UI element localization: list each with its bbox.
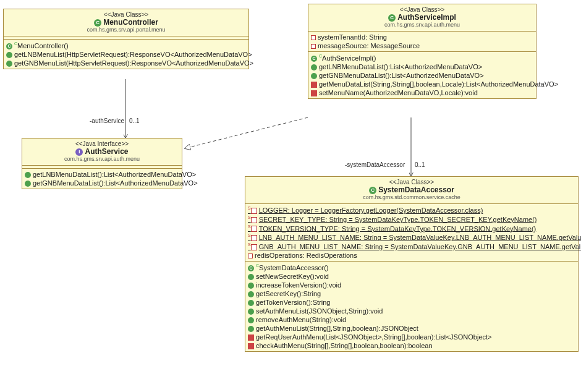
- method-public-icon: [248, 326, 254, 332]
- method: getSecretKey():String: [256, 290, 321, 297]
- class-package: com.hs.gms.srv.api.portal.menu: [6, 27, 246, 33]
- method: setMenuName(AuthorizedMenuDataVO,Locale)…: [319, 89, 478, 96]
- method: getLNBMenuList(HttpServletRequest):Respo…: [14, 51, 252, 58]
- method-public-icon: [248, 300, 254, 306]
- method-private-icon: [311, 90, 317, 96]
- constructor-icon: [248, 265, 254, 271]
- method: getGNBMenuList(HttpServletRequest):Respo…: [14, 59, 253, 67]
- class-package: com.hs.gms.srv.api.auth.menu: [311, 22, 533, 28]
- method-public-icon: [25, 172, 31, 178]
- class-title: MenuController: [103, 18, 158, 27]
- field-static-icon: [251, 217, 257, 223]
- method-public-icon: [248, 309, 254, 315]
- interface-icon: I: [75, 148, 83, 156]
- method: setAuthMenuList(JSONObject,String):void: [256, 307, 383, 315]
- method: getMenuDataList(String,String[],boolean,…: [319, 80, 558, 88]
- method-public-icon: [6, 61, 12, 67]
- field: systemTenantId: String: [318, 33, 387, 41]
- edge-mult-sysdata: 0..1: [415, 161, 425, 168]
- edge-label-authservice: -authService: [90, 117, 124, 124]
- stereotype: <<Java Class>>: [6, 11, 246, 18]
- method: checkAuthMenu(String[],String[],boolean,…: [256, 342, 433, 349]
- method: getLNBMenuDataList():List<AuthorizedMenu…: [319, 63, 482, 70]
- class-icon: C: [388, 14, 396, 22]
- stereotype: <<Java Class>>: [248, 179, 575, 185]
- method-public-icon: [248, 291, 254, 297]
- interface-title: AuthService: [85, 147, 128, 156]
- class-systemdataaccessor: <<Java Class>> CSystemDataAccessor com.h…: [245, 176, 579, 352]
- method: getAuthMenuList(String[],String,boolean)…: [256, 325, 418, 332]
- class-authserviceimpl: <<Java Class>> CAuthServiceImpl com.hs.g…: [308, 4, 536, 99]
- method: removeAuthMenu(String):void: [256, 316, 346, 323]
- field: messageSource: MessageSource: [318, 42, 420, 49]
- field-static-icon: [251, 235, 257, 241]
- stereotype: <<Java Class>>: [311, 6, 533, 13]
- interface-authservice: <<Java Interface>> IAuthService com.hs.g…: [22, 138, 182, 189]
- method-public-icon: [248, 283, 254, 289]
- method-public-icon: [6, 52, 12, 58]
- class-icon: C: [94, 19, 101, 27]
- constructor: AuthServiceImpl(): [322, 54, 376, 62]
- method-public-icon: [311, 73, 317, 79]
- class-title: AuthServiceImpl: [397, 13, 456, 22]
- method-private-icon: [248, 334, 254, 341]
- field-private-icon: [311, 44, 316, 49]
- field: GNB_AUTH_MENU_LIST_NAME: String = System…: [259, 243, 581, 250]
- method-private-icon: [311, 82, 317, 88]
- field-static-icon: [251, 208, 257, 214]
- field: LNB_AUTH_MENU_LIST_NAME: String = System…: [259, 234, 581, 241]
- svg-line-1: [185, 117, 308, 148]
- stereotype: <<Java Interface>>: [25, 140, 179, 147]
- class-package: com.hs.gms.std.common.service.cache: [248, 194, 575, 200]
- method-public-icon: [248, 317, 254, 323]
- constructor: MenuController(): [17, 42, 69, 49]
- method: getLNBMenuDataList():List<AuthorizedMenu…: [33, 171, 196, 178]
- field: LOGGER: Logger = LoggerFactory.getLogger…: [259, 207, 483, 214]
- class-icon: C: [369, 187, 376, 194]
- method: getTokenVersion():String: [256, 299, 330, 306]
- method: getGNBMenuDataList():List<AuthorizedMenu…: [33, 179, 198, 187]
- field: redisOperations: RedisOperations: [255, 252, 357, 259]
- method-private-icon: [248, 343, 254, 349]
- field: TOKEN_VERSION_TYPE: String = SystemDataK…: [259, 224, 536, 232]
- field-private-icon: [248, 254, 253, 258]
- field-static-icon: [251, 226, 257, 232]
- method: increaseTokenVersion():void: [256, 281, 341, 289]
- method-public-icon: [248, 274, 254, 280]
- method: getReqUserAuthMenu(List<JSONObject>,Stri…: [256, 333, 492, 341]
- method-public-icon: [25, 181, 31, 187]
- constructor-icon: [311, 56, 317, 62]
- edge-label-sysdata: -systemDataAccessor: [345, 161, 405, 168]
- field-static-icon: [251, 244, 257, 250]
- class-menucontroller: <<Java Class>> CMenuController com.hs.gm…: [3, 9, 249, 69]
- method: setNewSecretKey():void: [256, 273, 329, 280]
- field: SECRET_KEY_TYPE: String = SystemDataKeyT…: [259, 215, 537, 223]
- constructor: SystemDataAccessor(): [259, 263, 328, 271]
- constructor-icon: [6, 43, 12, 49]
- class-title: SystemDataAccessor: [378, 185, 454, 194]
- method: getGNBMenuDataList():List<AuthorizedMenu…: [319, 72, 484, 79]
- field-private-icon: [311, 35, 316, 40]
- interface-package: com.hs.gms.srv.api.auth.menu: [25, 156, 179, 162]
- method-public-icon: [311, 64, 317, 70]
- edge-mult-authservice: 0..1: [129, 117, 140, 124]
